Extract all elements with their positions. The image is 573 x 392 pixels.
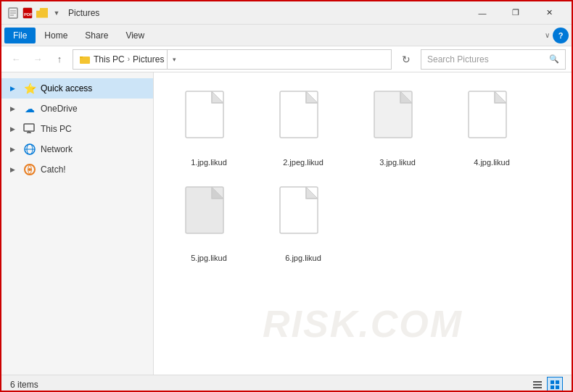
file-name-6: 6.jpg.likud	[285, 254, 321, 262]
sidebar-item-quick-access[interactable]: ▶ ⭐ Quick access	[1, 78, 153, 99]
grid-view-button[interactable]	[547, 377, 563, 393]
pc-icon	[23, 122, 36, 135]
sidebar-label-network: Network	[41, 144, 73, 154]
network-chevron: ▶	[10, 146, 19, 153]
network-icon	[23, 143, 36, 156]
sidebar-item-catch[interactable]: ▶ Catch!	[1, 159, 153, 180]
catch-icon	[23, 163, 36, 176]
cloud-icon: ☁	[23, 102, 36, 115]
forward-button[interactable]: →	[29, 51, 46, 68]
star-icon: ⭐	[23, 82, 36, 95]
path-folder-icon	[79, 54, 91, 65]
sidebar-item-network[interactable]: ▶ Network	[1, 139, 153, 159]
watermark: RISK.COM	[263, 302, 463, 346]
list-item[interactable]: 6.jpg.likud	[260, 180, 347, 268]
quick-access-chevron: ▶	[10, 85, 19, 92]
file-icon-5	[183, 185, 235, 249]
address-bar: ← → ↑ This PC › Pictures ▾ ↻ Search Pict…	[1, 46, 572, 72]
help-button[interactable]: ?	[553, 28, 569, 43]
svg-rect-21	[533, 381, 542, 383]
view-buttons	[529, 377, 563, 393]
main-content: ▶ ⭐ Quick access ▶ ☁ OneDrive ▶ This PC …	[1, 72, 572, 375]
refresh-button[interactable]: ↻	[396, 49, 416, 70]
file-icon-2	[277, 90, 329, 154]
sidebar-item-this-pc[interactable]: ▶ This PC	[1, 119, 153, 139]
menu-share[interactable]: Share	[76, 28, 117, 43]
sidebar-label-quick-access: Quick access	[41, 83, 92, 93]
list-item[interactable]: 1.jpg.likud	[165, 84, 252, 172]
up-button[interactable]: ↑	[51, 51, 68, 68]
window-title: Pictures	[68, 8, 466, 18]
search-placeholder: Search Pictures	[427, 54, 489, 64]
title-bar: PDF ▼ Pictures — ❐ ✕	[1, 1, 572, 25]
catch-chevron: ▶	[10, 166, 19, 173]
list-item[interactable]: 5.jpg.likud	[165, 180, 252, 268]
svg-rect-23	[533, 387, 542, 388]
file-name-1: 1.jpg.likud	[191, 158, 227, 167]
onedrive-chevron: ▶	[10, 105, 19, 112]
sidebar-label-onedrive: OneDrive	[41, 104, 78, 114]
menu-chevron[interactable]: ∨	[545, 31, 550, 39]
item-count: 6 items	[10, 380, 38, 390]
search-icon: 🔍	[549, 54, 559, 64]
menu-home[interactable]: Home	[36, 28, 76, 43]
minimize-button[interactable]: —	[466, 1, 499, 25]
doc-icon	[7, 7, 19, 19]
list-item[interactable]: 2.jpeg.likud	[260, 84, 347, 172]
sidebar-label-catch: Catch!	[41, 164, 66, 175]
svg-rect-26	[551, 385, 554, 389]
svg-point-14	[28, 168, 31, 171]
svg-rect-24	[551, 380, 554, 384]
svg-rect-7	[24, 124, 34, 131]
maximize-button[interactable]: ❐	[499, 1, 532, 25]
menu-bar: File Home Share View ∨ ?	[1, 25, 572, 46]
folder-icon	[36, 8, 48, 18]
status-bar: 6 items	[1, 375, 572, 392]
menu-view[interactable]: View	[117, 28, 153, 43]
file-name-5: 5.jpg.likud	[191, 254, 227, 262]
back-button[interactable]: ←	[7, 51, 25, 68]
window-controls: — ❐ ✕	[466, 1, 566, 25]
search-box[interactable]: Search Pictures 🔍	[421, 49, 566, 70]
dropdown-icon[interactable]: ▼	[51, 7, 62, 19]
path-pictures: Pictures	[133, 54, 164, 64]
menu-file[interactable]: File	[4, 28, 36, 43]
file-icon-4	[466, 90, 518, 154]
svg-text:PDF: PDF	[24, 12, 33, 17]
file-name-2: 2.jpeg.likud	[283, 158, 323, 167]
title-bar-icons: PDF ▼	[7, 7, 62, 19]
file-icon-3	[371, 90, 424, 154]
path-this-pc: This PC	[94, 54, 125, 64]
svg-rect-22	[533, 384, 542, 385]
file-name-4: 4.jpg.likud	[474, 158, 510, 167]
path-dropdown[interactable]: ▾	[167, 49, 181, 70]
address-path[interactable]: This PC › Pictures ▾	[73, 49, 392, 70]
list-view-button[interactable]	[529, 377, 545, 393]
list-item[interactable]: 4.jpg.likud	[448, 84, 535, 172]
file-name-3: 3.jpg.likud	[379, 158, 416, 167]
list-item[interactable]: 3.jpg.likud	[354, 84, 441, 172]
file-icon-1	[183, 90, 235, 154]
file-area: RISK.COM 1.jpg.likud 2.jpeg.lik	[154, 72, 572, 375]
svg-rect-25	[556, 380, 559, 384]
close-button[interactable]: ✕	[532, 1, 566, 25]
sidebar: ▶ ⭐ Quick access ▶ ☁ OneDrive ▶ This PC …	[1, 72, 154, 375]
this-pc-chevron: ▶	[10, 125, 19, 133]
pdf-icon: PDF	[22, 7, 33, 19]
file-icon-6	[277, 185, 329, 249]
path-sep: ›	[128, 55, 130, 63]
sidebar-item-onedrive[interactable]: ▶ ☁ OneDrive	[1, 99, 153, 119]
sidebar-label-this-pc: This PC	[41, 124, 72, 134]
svg-rect-27	[556, 385, 559, 389]
